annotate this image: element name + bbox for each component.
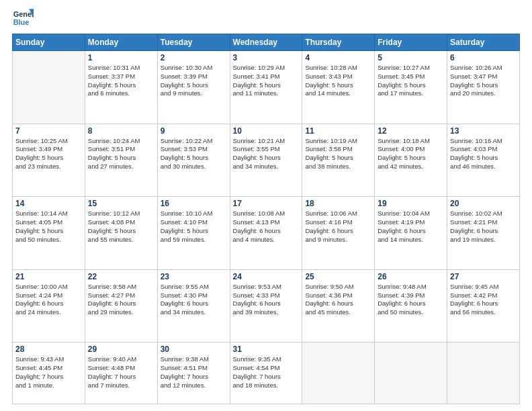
calendar-day-cell: 16Sunrise: 10:10 AMSunset: 4:10 PMDaylig… — [157, 197, 230, 270]
day-info: Sunrise: 10:04 AMSunset: 4:19 PMDaylight… — [378, 210, 444, 244]
calendar-day-cell: 1Sunrise: 10:31 AMSunset: 3:37 PMDayligh… — [85, 51, 157, 124]
day-info: Sunrise: 10:29 AMSunset: 3:41 PMDaylight… — [233, 64, 300, 98]
day-info: Sunrise: 10:22 AMSunset: 3:53 PMDaylight… — [161, 137, 227, 171]
day-info: Sunrise: 9:55 AMSunset: 4:30 PMDaylight:… — [161, 283, 227, 317]
day-info: Sunrise: 10:27 AMSunset: 3:45 PMDaylight… — [378, 64, 444, 98]
calendar-day-cell: 27Sunrise: 9:45 AMSunset: 4:42 PMDayligh… — [447, 269, 520, 342]
day-number: 4 — [305, 53, 371, 62]
day-info: Sunrise: 10:08 AMSunset: 4:13 PMDaylight… — [233, 210, 300, 244]
day-number: 6 — [450, 53, 517, 62]
day-info: Sunrise: 10:14 AMSunset: 4:05 PMDaylight… — [15, 210, 82, 244]
day-info: Sunrise: 10:02 AMSunset: 4:21 PMDaylight… — [450, 210, 517, 244]
calendar-day-cell: 31Sunrise: 9:35 AMSunset: 4:54 PMDayligh… — [230, 342, 302, 404]
logo-icon: General Blue — [12, 7, 34, 28]
calendar-day-cell: 6Sunrise: 10:26 AMSunset: 3:47 PMDayligh… — [447, 51, 520, 124]
day-number: 7 — [15, 126, 82, 136]
calendar-week-row: 14Sunrise: 10:14 AMSunset: 4:05 PMDaylig… — [13, 197, 520, 270]
calendar-day-cell: 24Sunrise: 9:53 AMSunset: 4:33 PMDayligh… — [230, 269, 302, 342]
day-info: Sunrise: 10:06 AMSunset: 4:16 PMDaylight… — [305, 210, 371, 244]
calendar-day-cell: 7Sunrise: 10:25 AMSunset: 3:49 PMDayligh… — [13, 124, 85, 197]
weekday-header-friday: Friday — [375, 34, 447, 51]
day-info: Sunrise: 9:35 AMSunset: 4:54 PMDaylight:… — [233, 355, 300, 390]
day-number: 26 — [378, 272, 444, 281]
day-number: 28 — [15, 345, 82, 354]
calendar-day-cell: 10Sunrise: 10:21 AMSunset: 3:55 PMDaylig… — [230, 124, 302, 197]
calendar-day-cell: 17Sunrise: 10:08 AMSunset: 4:13 PMDaylig… — [230, 197, 302, 270]
calendar-day-cell — [375, 342, 447, 404]
day-info: Sunrise: 9:53 AMSunset: 4:33 PMDaylight:… — [233, 283, 300, 317]
day-info: Sunrise: 10:26 AMSunset: 3:47 PMDaylight… — [450, 64, 517, 98]
calendar-day-cell: 18Sunrise: 10:06 AMSunset: 4:16 PMDaylig… — [302, 197, 375, 270]
weekday-header-monday: Monday — [85, 34, 157, 51]
day-info: Sunrise: 10:19 AMSunset: 3:58 PMDaylight… — [305, 137, 371, 171]
day-info: Sunrise: 10:28 AMSunset: 3:43 PMDaylight… — [305, 64, 371, 98]
page: General Blue SundayMondayTuesdayWednesda… — [0, 0, 532, 411]
day-info: Sunrise: 9:40 AMSunset: 4:48 PMDaylight:… — [88, 355, 154, 390]
day-info: Sunrise: 10:31 AMSunset: 3:37 PMDaylight… — [88, 64, 154, 98]
calendar-day-cell: 26Sunrise: 9:48 AMSunset: 4:39 PMDayligh… — [375, 269, 447, 342]
day-number: 29 — [88, 345, 154, 354]
calendar-day-cell: 28Sunrise: 9:43 AMSunset: 4:45 PMDayligh… — [13, 342, 85, 404]
header: General Blue — [12, 7, 520, 28]
day-info: Sunrise: 10:24 AMSunset: 3:51 PMDaylight… — [88, 137, 154, 171]
day-number: 1 — [88, 53, 154, 62]
day-number: 11 — [305, 126, 371, 136]
calendar-day-cell: 23Sunrise: 9:55 AMSunset: 4:30 PMDayligh… — [157, 269, 230, 342]
day-number: 15 — [88, 199, 154, 208]
day-number: 12 — [378, 126, 444, 136]
day-info: Sunrise: 9:48 AMSunset: 4:39 PMDaylight:… — [378, 283, 444, 317]
day-number: 31 — [233, 345, 300, 354]
calendar-day-cell: 19Sunrise: 10:04 AMSunset: 4:19 PMDaylig… — [375, 197, 447, 270]
weekday-header-row: SundayMondayTuesdayWednesdayThursdayFrid… — [13, 34, 520, 51]
calendar-day-cell: 21Sunrise: 10:00 AMSunset: 4:24 PMDaylig… — [13, 269, 85, 342]
calendar-day-cell: 13Sunrise: 10:16 AMSunset: 4:03 PMDaylig… — [447, 124, 520, 197]
calendar-week-row: 1Sunrise: 10:31 AMSunset: 3:37 PMDayligh… — [13, 51, 520, 124]
calendar-week-row: 7Sunrise: 10:25 AMSunset: 3:49 PMDayligh… — [13, 124, 520, 197]
calendar-day-cell: 22Sunrise: 9:58 AMSunset: 4:27 PMDayligh… — [85, 269, 157, 342]
day-info: Sunrise: 10:21 AMSunset: 3:55 PMDaylight… — [233, 137, 300, 171]
day-info: Sunrise: 9:45 AMSunset: 4:42 PMDaylight:… — [450, 283, 517, 317]
day-number: 25 — [305, 272, 371, 281]
day-info: Sunrise: 9:58 AMSunset: 4:27 PMDaylight:… — [88, 283, 154, 317]
day-info: Sunrise: 10:30 AMSunset: 3:39 PMDaylight… — [161, 64, 227, 98]
day-number: 3 — [233, 53, 300, 62]
day-info: Sunrise: 10:18 AMSunset: 4:00 PMDaylight… — [378, 137, 444, 171]
calendar-day-cell: 14Sunrise: 10:14 AMSunset: 4:05 PMDaylig… — [13, 197, 85, 270]
day-info: Sunrise: 10:00 AMSunset: 4:24 PMDaylight… — [15, 283, 82, 317]
calendar-day-cell — [302, 342, 375, 404]
calendar-day-cell: 2Sunrise: 10:30 AMSunset: 3:39 PMDayligh… — [157, 51, 230, 124]
calendar-day-cell — [13, 51, 85, 124]
day-number: 24 — [233, 272, 300, 281]
day-number: 2 — [161, 53, 227, 62]
calendar-day-cell: 20Sunrise: 10:02 AMSunset: 4:21 PMDaylig… — [447, 197, 520, 270]
calendar-day-cell: 12Sunrise: 10:18 AMSunset: 4:00 PMDaylig… — [375, 124, 447, 197]
day-number: 5 — [378, 53, 444, 62]
day-info: Sunrise: 10:16 AMSunset: 4:03 PMDaylight… — [450, 137, 517, 171]
day-info: Sunrise: 10:12 AMSunset: 4:08 PMDaylight… — [88, 210, 154, 244]
calendar-day-cell: 4Sunrise: 10:28 AMSunset: 3:43 PMDayligh… — [302, 51, 375, 124]
day-number: 9 — [161, 126, 227, 136]
day-number: 19 — [378, 199, 444, 208]
calendar-day-cell: 15Sunrise: 10:12 AMSunset: 4:08 PMDaylig… — [85, 197, 157, 270]
calendar-week-row: 21Sunrise: 10:00 AMSunset: 4:24 PMDaylig… — [13, 269, 520, 342]
day-number: 16 — [161, 199, 227, 208]
calendar-day-cell: 3Sunrise: 10:29 AMSunset: 3:41 PMDayligh… — [230, 51, 302, 124]
calendar-day-cell: 29Sunrise: 9:40 AMSunset: 4:48 PMDayligh… — [85, 342, 157, 404]
day-number: 27 — [450, 272, 517, 281]
day-number: 21 — [15, 272, 82, 281]
day-number: 23 — [161, 272, 227, 281]
day-number: 30 — [161, 345, 227, 354]
calendar-day-cell — [447, 342, 520, 404]
day-info: Sunrise: 9:43 AMSunset: 4:45 PMDaylight:… — [15, 355, 82, 390]
calendar-day-cell: 9Sunrise: 10:22 AMSunset: 3:53 PMDayligh… — [157, 124, 230, 197]
day-number: 8 — [88, 126, 154, 136]
day-info: Sunrise: 10:10 AMSunset: 4:10 PMDaylight… — [161, 210, 227, 244]
calendar-day-cell: 25Sunrise: 9:50 AMSunset: 4:36 PMDayligh… — [302, 269, 375, 342]
day-number: 13 — [450, 126, 517, 136]
calendar-day-cell: 30Sunrise: 9:38 AMSunset: 4:51 PMDayligh… — [157, 342, 230, 404]
day-number: 10 — [233, 126, 300, 136]
calendar-week-row: 28Sunrise: 9:43 AMSunset: 4:45 PMDayligh… — [13, 342, 520, 404]
weekday-header-tuesday: Tuesday — [157, 34, 230, 51]
weekday-header-wednesday: Wednesday — [230, 34, 302, 51]
weekday-header-saturday: Saturday — [447, 34, 520, 51]
